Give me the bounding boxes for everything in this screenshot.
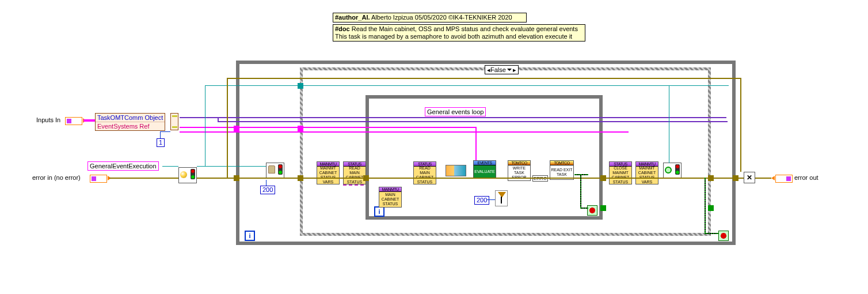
wire — [705, 178, 706, 233]
unbundle-by-name: TaskOMTComm Object EventSystems Ref — [95, 113, 165, 131]
inputs-in-terminal — [65, 117, 82, 125]
stop-terminal — [718, 231, 729, 241]
doc-line2: This task is managed by a semaphore to a… — [335, 33, 572, 40]
error-out-label: error out — [794, 174, 818, 181]
wire — [669, 85, 669, 163]
case-selector[interactable]: ◂ False ▸ — [485, 65, 519, 74]
wire-task-obj — [180, 117, 726, 118]
author-tag: #author_AI. — [335, 14, 370, 21]
tunnel — [600, 175, 606, 181]
merge-errors — [744, 172, 755, 183]
author-comment: #author_AI. Alberto Izpizua 05/05/2020 ©… — [333, 13, 527, 22]
wire — [487, 199, 495, 200]
error-in-label: error in (no error) — [32, 174, 81, 181]
unbundle-handle-icon — [170, 113, 178, 130]
node-events-evaluate: EVENTS EVALUATE — [473, 160, 496, 179]
iteration-terminal: i — [374, 206, 384, 217]
wire — [266, 180, 267, 186]
wire — [205, 85, 205, 166]
wire — [740, 78, 741, 172]
doc-comment: #doc Read the Main cabinet, OSS and MPS … — [333, 24, 585, 42]
node-tomt-exit: TOMTCO READ EXIT TASK — [550, 160, 574, 180]
tunnel — [298, 83, 303, 89]
tunnel — [363, 175, 369, 181]
unbundle-row-task: TaskOMTComm Object — [96, 114, 165, 122]
wire-error — [755, 178, 771, 179]
tunnel — [298, 175, 303, 181]
traffic-light-icon — [191, 169, 195, 179]
metronome-wait — [495, 190, 508, 206]
node-status-read1: STATUS READ MAIN CABINET STATUS — [343, 161, 366, 184]
semaphore-acquire — [178, 167, 197, 183]
tunnel — [600, 205, 606, 211]
node-status-close: STATUS CLOSE MAINMT CABINET STATUS — [609, 161, 632, 184]
const-200b: 200 — [474, 196, 489, 205]
stop-terminal — [587, 205, 597, 216]
wire — [227, 78, 740, 79]
wire-bool — [574, 174, 588, 175]
wire — [197, 166, 266, 167]
tunnel — [708, 205, 714, 211]
arrow-icon — [771, 176, 775, 180]
tunnel — [298, 126, 303, 131]
wire — [218, 121, 728, 122]
wire-cluster — [83, 119, 95, 122]
wire — [705, 233, 718, 234]
iteration-terminal: i — [245, 231, 255, 241]
doc-tag: #doc — [335, 25, 350, 32]
unbundle-row-eventsys: EventSystems Ref — [96, 122, 165, 130]
wire — [160, 131, 170, 132]
error-out-terminal — [775, 175, 793, 183]
inner-loop-label: General events loop — [425, 107, 486, 116]
tunnel — [733, 175, 738, 181]
tunnel — [234, 175, 239, 181]
error-in-terminal — [90, 175, 107, 183]
node-maincab-only: MAINMTU MAIN CABINET STATUS — [379, 187, 402, 208]
wire — [218, 117, 219, 121]
wire-error — [109, 178, 178, 179]
wire-event-ref — [180, 127, 475, 128]
node-maincab-vars2: MAINMTU MAINMT CABINET STATUS VARS — [635, 161, 658, 184]
tunnel — [708, 175, 714, 181]
node-status-read2: STATUS READ MAIN CABINET STATUS — [413, 161, 436, 184]
wire-semaphore-ref — [162, 166, 178, 167]
wire — [160, 131, 161, 138]
doc-line1: Read the Main cabinet, OSS and MPS statu… — [350, 25, 578, 32]
node-maincab-vars: MAINMTU MAINMT CABINET STATUS VARS — [317, 161, 340, 184]
general-event-exec-label: GeneralEventExecution — [87, 161, 159, 171]
const-one: 1 — [157, 138, 165, 147]
wire — [580, 208, 588, 209]
wire — [205, 85, 729, 86]
wire — [180, 131, 629, 133]
case-value: False — [490, 66, 506, 74]
wire — [227, 78, 228, 178]
author-text: Alberto Izpizua 05/05/2020 ©IK4-TEKNIKER… — [370, 14, 512, 21]
tunnel — [234, 126, 239, 131]
bundle-hmi-icon — [446, 165, 466, 176]
inputs-in-label: Inputs In — [36, 116, 60, 123]
wire-error — [197, 178, 744, 179]
wire — [580, 174, 581, 208]
